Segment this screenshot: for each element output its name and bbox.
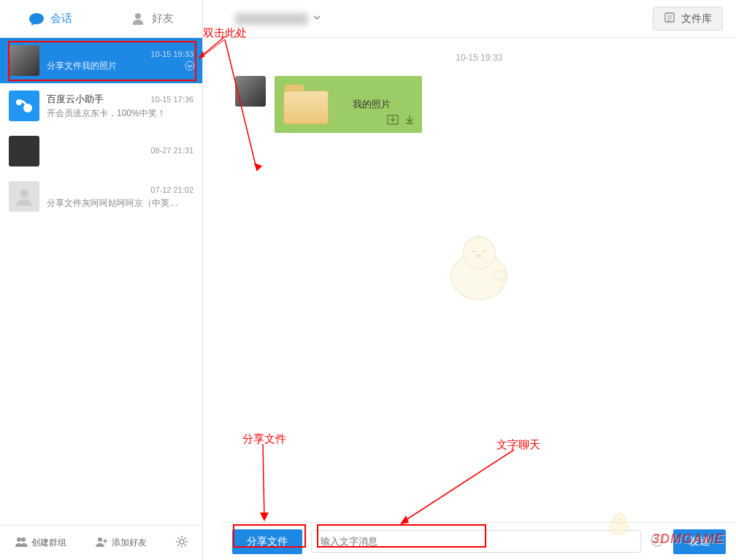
chat-area: 10-15 19:33 我的照片 — [222, 38, 736, 522]
conversation-name — [47, 183, 91, 196]
tab-friends[interactable]: 好友 — [101, 0, 203, 37]
sidebar: 会话 好友 10-15 19:33 分享文件我的照片 — [0, 0, 203, 560]
create-group-button[interactable]: 创建群组 — [15, 536, 66, 550]
conversation-preview: 分享文件我的照片 — [47, 60, 193, 72]
group-icon — [15, 536, 28, 550]
svg-point-11 — [463, 237, 495, 269]
avatar — [9, 91, 39, 121]
message-row: 我的照片 — [235, 76, 723, 133]
svg-point-12 — [472, 251, 476, 253]
share-card-label: 我的照片 — [330, 98, 413, 111]
add-friend-label: 添加好友 — [112, 537, 147, 549]
conversation-time: 08-27 21:31 — [150, 146, 193, 155]
share-card[interactable]: 我的照片 — [275, 76, 422, 133]
main-panel: 文件库 10-15 19:33 我的照片 — [222, 0, 736, 560]
mascot-icon — [439, 233, 519, 308]
svg-point-7 — [180, 540, 184, 544]
avatar — [9, 136, 39, 166]
chevron-down-icon — [185, 61, 195, 73]
add-friend-button[interactable]: 添加好友 — [95, 536, 147, 550]
avatar — [9, 181, 39, 212]
file-library-button[interactable]: 文件库 — [653, 7, 723, 31]
watermark: 3DMGAME — [652, 532, 724, 547]
avatar — [235, 76, 266, 107]
svg-point-20 — [618, 519, 621, 521]
tab-chat[interactable]: 会话 — [0, 0, 101, 37]
sidebar-footer: 创建群组 添加好友 — [0, 525, 202, 560]
conversation-preview: 开会员送京东卡，100%中奖！ — [47, 107, 193, 120]
share-file-button[interactable]: 分享文件 — [232, 529, 302, 554]
create-group-label: 创建群组 — [31, 537, 66, 549]
file-library-label: 文件库 — [681, 12, 712, 26]
mascot-small-icon — [605, 511, 634, 538]
conversation-time: 10-15 17:36 — [150, 95, 193, 104]
conversation-name — [47, 145, 91, 157]
chat-title — [235, 13, 308, 25]
conversation-time: 10-15 19:33 — [150, 50, 193, 58]
svg-point-6 — [98, 537, 102, 542]
conversation-item[interactable]: 百度云小助手 10-15 17:36 开会员送京东卡，100%中奖！ — [0, 83, 202, 129]
add-person-icon — [95, 536, 108, 550]
svg-point-0 — [185, 61, 194, 70]
svg-point-13 — [483, 251, 486, 253]
chat-bubble-icon — [28, 11, 45, 27]
svg-point-5 — [21, 537, 26, 542]
chat-header: 文件库 — [222, 0, 736, 38]
conversation-time: 07-12 21:02 — [150, 185, 193, 194]
folder-icon — [283, 85, 330, 124]
dropdown-icon[interactable] — [313, 13, 321, 24]
conversation-item[interactable]: 10-15 19:33 分享文件我的照片 — [0, 38, 202, 83]
settings-button[interactable] — [175, 535, 188, 551]
svg-point-4 — [17, 537, 21, 542]
gear-icon — [175, 535, 188, 551]
conversation-item[interactable]: 07-12 21:02 分享文件灰呵呵姑呵呵京（中英… — [0, 174, 202, 219]
tabs: 会话 好友 — [0, 0, 202, 38]
avatar — [9, 45, 39, 76]
conversation-item[interactable]: 08-27 21:31 — [0, 129, 202, 174]
svg-point-3 — [20, 189, 28, 198]
message-input[interactable] — [311, 530, 641, 553]
svg-point-19 — [613, 513, 624, 523]
chat-time-header: 10-15 19:33 — [222, 53, 736, 63]
person-icon — [130, 11, 146, 27]
conversation-preview: 分享文件灰呵呵姑呵呵京（中英… — [47, 197, 193, 210]
tab-chat-label: 会话 — [50, 12, 72, 26]
save-icon[interactable] — [387, 115, 399, 127]
conversation-name: 百度云小助手 — [47, 93, 104, 106]
conversation-list: 10-15 19:33 分享文件我的照片 百度云小助手 10-15 17:36 — [0, 38, 202, 525]
download-icon[interactable] — [405, 115, 415, 127]
svg-point-14 — [476, 254, 482, 258]
tab-friends-label: 好友 — [152, 12, 174, 26]
document-icon — [664, 12, 675, 26]
